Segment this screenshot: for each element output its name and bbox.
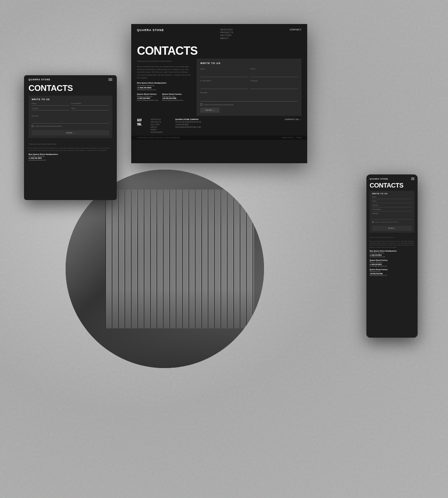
agree-row: I agree to the processing of personal da… <box>200 103 298 106</box>
tablet-email-label: E-mail adress <box>71 102 109 104</box>
mobile-brand: QUARRA STONE <box>370 178 388 180</box>
tablet-hero: CONTACTS <box>24 83 117 96</box>
hq-title: New Quarra Stone Headquarters <box>137 82 191 84</box>
phone-input[interactable] <box>250 73 298 76</box>
mobile-hq-email: sales@quarrastone.com <box>370 256 414 258</box>
write-to-us-form: WRITE TO US Name Phone E-mail adress <box>196 59 301 116</box>
footer-company-name: QUARRA STONE COMPANY <box>175 118 201 120</box>
factory2-block: Quarra Stone Factory Pietrasanta, Italy … <box>162 93 183 101</box>
desktop-footer: arrrra SERVICES PROJECTS FACTORY ABOUT N… <box>131 116 307 136</box>
form-title: WRITE TO US <box>200 62 298 65</box>
tablet-intro: Thank you for your interest in Quarra St… <box>28 143 112 145</box>
mobile-hero: CONTACTS <box>366 181 418 191</box>
footer-company: QUARRA STONE COMPANY ATLAS AVE MADISON W… <box>175 118 201 128</box>
message-label: Message <box>200 92 298 93</box>
tablet-page-title: CONTACTS <box>28 83 112 93</box>
desktop-nav-links: SERVICES PROJECTS FACTORY ABOUT <box>220 28 233 39</box>
mobile-form-title: WRITE TO US <box>372 193 412 195</box>
agree-checkbox[interactable] <box>200 103 203 106</box>
desktop-intro-text: Thank you for your interest in Quarra St… <box>137 60 191 63</box>
factory1-title: Quarra Stone Factory <box>137 93 158 95</box>
factory1-email: factory1@quarrastone.com <box>137 99 158 101</box>
desktop-mockup: QUARRA STONE SERVICES PROJECTS FACTORY A… <box>131 24 307 163</box>
mobile-factory2-email: factory2@quarrastone.com <box>370 275 414 276</box>
tablet-phone-label: Phone <box>32 102 69 104</box>
factory2-email: factory2@quarrastone.com <box>162 99 183 101</box>
desktop-page-title: CONTACTS <box>137 45 301 57</box>
mobile-factory2-title: Quarra Stone Factory <box>370 269 414 270</box>
company-input[interactable] <box>250 84 298 88</box>
desktop-bottom-bar: © COPYRIGHT QUARRA STONE 2023. ALL RIGHT… <box>131 136 307 140</box>
terms-link[interactable]: TERMS <box>296 137 301 139</box>
desktop-hero: CONTACTS <box>131 43 307 59</box>
message-input[interactable] <box>200 94 298 99</box>
tablet-send-button[interactable]: SEND » <box>32 130 109 135</box>
mobile-menu-icon[interactable] <box>411 178 414 180</box>
desktop-form-col: WRITE TO US Name Phone E-mail adress <box>196 59 301 116</box>
mobile-hq-city: Sun Prairie, Wisconsin <box>370 252 414 254</box>
tablet-bottom: Thank you for your interest in Quarra St… <box>24 141 117 164</box>
footer-news[interactable]: NEWS <box>151 129 163 131</box>
hq-email: sales@quarrastone.com <box>137 89 191 91</box>
tablet-form: WRITE TO US Phone E-mail adress Company … <box>28 96 112 138</box>
footer-company-phone: +1 608 246 8803 <box>175 124 201 125</box>
mobile-page-title: CONTACTS <box>370 182 414 189</box>
company-label: Company <box>250 80 298 82</box>
privacy-link[interactable]: PRIVACY POLICY <box>282 137 294 139</box>
tablet-nav: QUARRA STONE <box>24 75 117 83</box>
mobile-agree-checkbox[interactable] <box>372 221 374 223</box>
tablet-intro-body: We are excited to hear from you and disc… <box>28 147 112 151</box>
mobile-intro: Thank you for your interest in Quarra St… <box>370 237 414 238</box>
mobile-factory2-city: Pietrasanta, Italy <box>370 271 414 272</box>
send-button[interactable]: SEND » <box>200 108 220 113</box>
mobile-form: WRITE TO US Name Phone Company E-mail ad… <box>370 191 414 233</box>
tablet-agree-text: I agree to the processing of personal da… <box>35 125 61 127</box>
desktop-content: Thank you for your interest in Quarra St… <box>131 59 307 116</box>
desktop-nav: QUARRA STONE SERVICES PROJECTS FACTORY A… <box>131 24 307 43</box>
footer-instagram[interactable]: INSTAGRAM <box>151 131 163 133</box>
mobile-factory1-email: factory1@quarrastone.com <box>370 265 414 267</box>
email-label: E-mail adress <box>200 80 248 82</box>
footer-factory[interactable]: FACTORY <box>151 124 163 125</box>
desktop-left-col: Thank you for your interest in Quarra St… <box>137 59 191 116</box>
name-input[interactable] <box>200 73 248 76</box>
mobile-mockup: QUARRA STONE CONTACTS WRITE TO US Name P… <box>366 174 418 338</box>
nav-factory[interactable]: FACTORY <box>220 34 233 36</box>
footer-contact-us[interactable]: CONTACT US → <box>285 118 301 120</box>
tablet-form-title: WRITE TO US <box>32 98 109 100</box>
copyright: © COPYRIGHT QUARRA STONE 2023. ALL RIGHT… <box>137 137 180 139</box>
mobile-nav: QUARRA STONE <box>366 174 418 181</box>
tablet-menu-icon[interactable] <box>108 78 112 81</box>
footer-logo-mark: arrrra <box>137 118 141 127</box>
footer-services[interactable]: SERVICES <box>151 118 163 120</box>
nav-services[interactable]: SERVICES <box>220 28 233 31</box>
mobile-send-button[interactable]: SEND » <box>372 226 412 231</box>
tablet-agree-checkbox[interactable] <box>32 125 34 127</box>
mobile-name-label: Name <box>372 196 412 198</box>
tablet-mockup: QUARRA STONE CONTACTS WRITE TO US Phone … <box>24 75 117 200</box>
footer-projects[interactable]: PROJECTS <box>151 121 163 123</box>
nav-projects[interactable]: PROJECTS <box>220 31 233 34</box>
mobile-email-label: E-mail adress <box>372 209 412 210</box>
phone-label: Phone <box>250 68 298 70</box>
nav-contact[interactable]: CONTACT <box>290 28 301 31</box>
mobile-factory1-title: Quarra Stone Factory <box>370 259 414 261</box>
factory1-block: Quarra Stone Factory Madison, Wisconsin … <box>137 93 158 101</box>
mobile-company-label: Company <box>372 205 412 206</box>
tablet-message-label: Message <box>32 115 38 117</box>
footer-about[interactable]: ABOUT <box>151 126 163 128</box>
headquarters-block: New Quarra Stone Headquarters Sun Prairi… <box>137 82 191 91</box>
footer-nav: SERVICES PROJECTS FACTORY ABOUT NEWS INS… <box>151 118 163 133</box>
nav-about[interactable]: ABOUT <box>220 37 233 39</box>
email-input[interactable] <box>200 84 248 88</box>
mobile-phone-label: Phone <box>372 200 412 202</box>
mobile-bottom: Thank you for your interest in Quarra St… <box>366 235 418 280</box>
factory2-title: Quarra Stone Factory <box>162 93 183 95</box>
footer-company-email: SALES@QUARRASTONE.COM <box>175 126 201 128</box>
desktop-brand: QUARRA STONE <box>137 28 164 32</box>
desktop-intro-body: We are excited to hear from you and disc… <box>137 65 191 79</box>
name-label: Name <box>200 68 248 70</box>
mobile-agree-text: I agree to the processing of personal da… <box>375 221 398 223</box>
tablet-company-label: Company <box>32 107 69 109</box>
factories-row: Quarra Stone Factory Madison, Wisconsin … <box>137 93 191 101</box>
